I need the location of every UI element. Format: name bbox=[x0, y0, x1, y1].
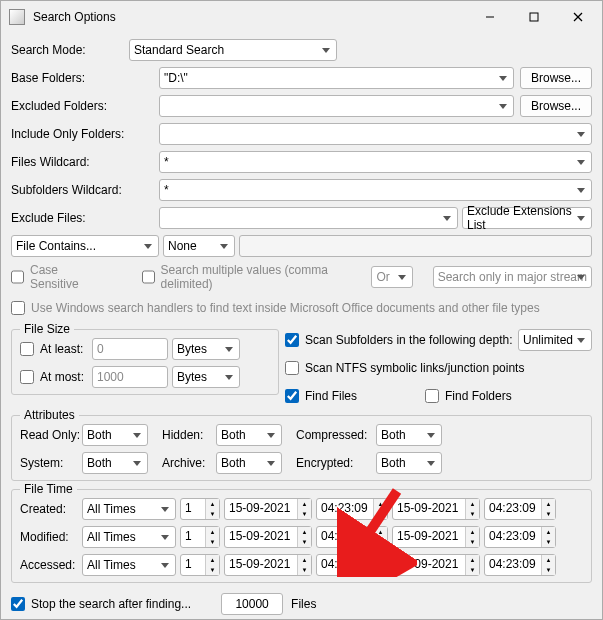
at-least-unit-select[interactable]: Bytes bbox=[172, 338, 240, 360]
scan-subfolders-check[interactable]: Scan Subfolders in the following depth: bbox=[285, 333, 518, 347]
exclude-ext-select[interactable]: Exclude Extensions List bbox=[462, 207, 592, 229]
maximize-button[interactable] bbox=[512, 2, 556, 32]
created-time2-spin[interactable]: 04:23:09▲▼ bbox=[484, 498, 556, 520]
file-contains-select[interactable]: File Contains... bbox=[11, 235, 159, 257]
search-mode-select[interactable]: Standard Search bbox=[129, 39, 337, 61]
hidden-label: Hidden: bbox=[162, 428, 216, 442]
modified-time2-spin[interactable]: 04:23:09▲▼ bbox=[484, 526, 556, 548]
exclude-files-label: Exclude Files: bbox=[11, 211, 159, 225]
or-select[interactable]: Or bbox=[371, 266, 412, 288]
file-size-legend: File Size bbox=[20, 322, 74, 336]
system-select[interactable]: Both bbox=[82, 452, 148, 474]
app-icon bbox=[9, 9, 25, 25]
excluded-folders-label: Excluded Folders: bbox=[11, 99, 159, 113]
readonly-select[interactable]: Both bbox=[82, 424, 148, 446]
created-label: Created: bbox=[20, 502, 82, 516]
created-count-spin[interactable]: 1▲▼ bbox=[180, 498, 220, 520]
search-mode-label: Search Mode: bbox=[11, 43, 129, 57]
created-date1-spin[interactable]: 15-09-2021▲▼ bbox=[224, 498, 312, 520]
include-only-label: Include Only Folders: bbox=[11, 127, 159, 141]
browse-base-button[interactable]: Browse... bbox=[520, 67, 592, 89]
created-mode-select[interactable]: All Times bbox=[82, 498, 176, 520]
depth-select[interactable]: Unlimited bbox=[518, 329, 592, 351]
at-most-input[interactable] bbox=[92, 366, 168, 388]
windows-handlers-check[interactable]: Use Windows search handlers to find text… bbox=[11, 301, 540, 315]
window-title: Search Options bbox=[33, 10, 468, 24]
files-word: Files bbox=[291, 597, 316, 611]
at-most-check[interactable]: At most: bbox=[20, 370, 92, 384]
at-least-input[interactable] bbox=[92, 338, 168, 360]
browse-excluded-button[interactable]: Browse... bbox=[520, 95, 592, 117]
modified-time1-spin[interactable]: 04:23:09▲▼ bbox=[316, 526, 388, 548]
files-wildcard-label: Files Wildcard: bbox=[11, 155, 159, 169]
svg-rect-1 bbox=[530, 13, 538, 21]
system-label: System: bbox=[20, 456, 82, 470]
svg-line-2 bbox=[574, 13, 582, 21]
accessed-time1-spin[interactable]: 04:23:09▲▼ bbox=[316, 554, 388, 576]
find-files-check[interactable]: Find Files bbox=[285, 389, 425, 403]
accessed-date1-spin[interactable]: 15-09-2021▲▼ bbox=[224, 554, 312, 576]
contains-mode-select[interactable]: None bbox=[163, 235, 235, 257]
minimize-button[interactable] bbox=[468, 2, 512, 32]
accessed-date2-spin[interactable]: 15-09-2021▲▼ bbox=[392, 554, 480, 576]
archive-select[interactable]: Both bbox=[216, 452, 282, 474]
accessed-mode-select[interactable]: All Times bbox=[82, 554, 176, 576]
hidden-select[interactable]: Both bbox=[216, 424, 282, 446]
files-wildcard-select[interactable]: * bbox=[159, 151, 592, 173]
modified-date1-spin[interactable]: 15-09-2021▲▼ bbox=[224, 526, 312, 548]
accessed-label: Accessed: bbox=[20, 558, 82, 572]
base-folders-select[interactable]: "D:\" bbox=[159, 67, 514, 89]
readonly-label: Read Only: bbox=[20, 428, 82, 442]
modified-date2-spin[interactable]: 15-09-2021▲▼ bbox=[392, 526, 480, 548]
created-time1-spin[interactable]: 04:23:09▲▼ bbox=[316, 498, 388, 520]
created-date2-spin[interactable]: 15-09-2021▲▼ bbox=[392, 498, 480, 520]
scan-ntfs-check[interactable]: Scan NTFS symbolic links/junction points bbox=[285, 361, 524, 375]
exclude-files-select[interactable] bbox=[159, 207, 458, 229]
encrypted-label: Encrypted: bbox=[296, 456, 376, 470]
modified-label: Modified: bbox=[20, 530, 82, 544]
encrypted-select[interactable]: Both bbox=[376, 452, 442, 474]
archive-label: Archive: bbox=[162, 456, 216, 470]
major-stream-select[interactable]: Search only in major stream bbox=[433, 266, 592, 288]
modified-count-spin[interactable]: 1▲▼ bbox=[180, 526, 220, 548]
compressed-label: Compressed: bbox=[296, 428, 376, 442]
attributes-legend: Attributes bbox=[20, 408, 79, 422]
modified-mode-select[interactable]: All Times bbox=[82, 526, 176, 548]
find-folders-check[interactable]: Find Folders bbox=[425, 389, 512, 403]
at-least-check[interactable]: At least: bbox=[20, 342, 92, 356]
excluded-folders-select[interactable] bbox=[159, 95, 514, 117]
contains-value-input[interactable] bbox=[239, 235, 592, 257]
at-most-unit-select[interactable]: Bytes bbox=[172, 366, 240, 388]
include-only-select[interactable] bbox=[159, 123, 592, 145]
case-sensitive-check[interactable]: Case Sensitive bbox=[11, 263, 98, 291]
accessed-count-spin[interactable]: 1▲▼ bbox=[180, 554, 220, 576]
base-folders-label: Base Folders: bbox=[11, 71, 159, 85]
accessed-time2-spin[interactable]: 04:23:09▲▼ bbox=[484, 554, 556, 576]
close-button[interactable] bbox=[556, 2, 600, 32]
stop-limit-input[interactable] bbox=[221, 593, 283, 615]
stop-after-check[interactable]: Stop the search after finding... bbox=[11, 597, 191, 611]
subfolders-wildcard-select[interactable]: * bbox=[159, 179, 592, 201]
svg-line-3 bbox=[574, 13, 582, 21]
subfolders-wildcard-label: Subfolders Wildcard: bbox=[11, 183, 159, 197]
titlebar: Search Options bbox=[1, 1, 602, 33]
compressed-select[interactable]: Both bbox=[376, 424, 442, 446]
search-multiple-check[interactable]: Search multiple values (comma delimited) bbox=[142, 263, 352, 291]
file-time-legend: File Time bbox=[20, 482, 77, 496]
